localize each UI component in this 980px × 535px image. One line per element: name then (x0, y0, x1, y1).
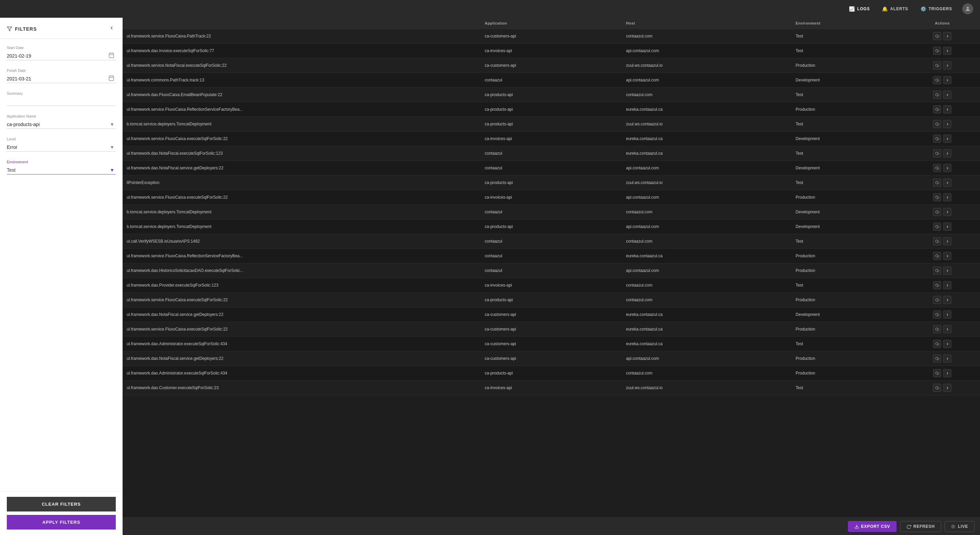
download-action-button[interactable] (933, 281, 941, 289)
cell-actions (905, 161, 980, 176)
download-action-button[interactable] (933, 369, 941, 377)
download-action-button[interactable] (933, 32, 941, 40)
table-row: ul.framework.dao.Invoice.executeSqlForSo… (123, 44, 980, 58)
download-action-button[interactable] (933, 310, 941, 319)
summary-label: Summary (7, 91, 116, 96)
expand-action-button[interactable] (943, 149, 951, 157)
calendar-icon-start[interactable] (108, 52, 115, 60)
filters-header: FILTERS (0, 18, 123, 39)
table-row: ul.framework.service.FluxoCaixa.Reflecti… (123, 102, 980, 117)
nav-logs-button[interactable]: 📈 LOGS (844, 4, 875, 14)
expand-action-button[interactable] (943, 61, 951, 70)
level-select[interactable]: Error Warning Info Debug (7, 143, 116, 151)
collapse-button[interactable] (108, 24, 116, 34)
download-action-button[interactable] (933, 222, 941, 231)
cell-host: api.contaazul.com (622, 219, 792, 234)
cell-summary: ul.framework.dao.Administrator.executeSq… (123, 337, 480, 351)
table-row: ul.framework.dao.Provider.executeSqlForS… (123, 278, 980, 293)
cell-environment: Test (792, 381, 905, 395)
filters-title: FILTERS (7, 26, 37, 32)
expand-action-button[interactable] (943, 237, 951, 245)
expand-action-button[interactable] (943, 105, 951, 113)
download-action-button[interactable] (933, 179, 941, 187)
download-action-button[interactable] (933, 76, 941, 84)
cell-actions (905, 29, 980, 44)
app-name-select-wrap: ca-products-api ca-customers-api ca-invo… (7, 120, 116, 129)
cell-application: contaazul (480, 73, 622, 88)
svg-point-0 (967, 7, 969, 9)
download-action-button[interactable] (933, 355, 941, 363)
expand-action-button[interactable] (943, 310, 951, 319)
download-action-button[interactable] (933, 340, 941, 348)
expand-action-button[interactable] (943, 76, 951, 84)
main-content: Application Host Environment Actions ul.… (123, 18, 980, 535)
expand-action-button[interactable] (943, 134, 951, 143)
download-action-button[interactable] (933, 267, 941, 275)
expand-action-button[interactable] (943, 91, 951, 99)
cell-summary: ul.framework.dao.NotaFiscal.service.getD… (123, 351, 480, 366)
expand-action-button[interactable] (943, 179, 951, 187)
download-action-button[interactable] (933, 91, 941, 99)
expand-action-button[interactable] (943, 252, 951, 260)
download-action-button[interactable] (933, 164, 941, 172)
expand-action-button[interactable] (943, 296, 951, 304)
expand-action-button[interactable] (943, 355, 951, 363)
expand-action-button[interactable] (943, 325, 951, 333)
download-action-button[interactable] (933, 149, 941, 157)
table-row: ul.framework.service.FluxoCaixa.PathTrac… (123, 29, 980, 44)
refresh-button[interactable]: REFRESH (900, 521, 941, 532)
download-action-button[interactable] (933, 105, 941, 113)
svg-rect-6 (109, 76, 114, 81)
finish-date-input[interactable] (7, 75, 116, 83)
apply-filters-button[interactable]: APPLY FILTERS (7, 515, 116, 530)
calendar-icon-finish[interactable] (108, 75, 115, 83)
expand-action-button[interactable] (943, 32, 951, 40)
download-action-button[interactable] (933, 208, 941, 216)
expand-action-button[interactable] (943, 340, 951, 348)
bottom-bar: EXPORT CSV REFRESH LIVE (123, 517, 980, 535)
clear-filters-button[interactable]: CLEAR FILTERS (7, 497, 116, 511)
summary-input-wrap (7, 97, 116, 106)
start-date-label: Start Date (7, 46, 116, 50)
download-action-button[interactable] (933, 120, 941, 128)
download-action-button[interactable] (933, 296, 941, 304)
cell-actions (905, 234, 980, 249)
download-action-button[interactable] (933, 252, 941, 260)
download-action-button[interactable] (933, 325, 941, 333)
download-action-button[interactable] (933, 384, 941, 392)
download-action-button[interactable] (933, 193, 941, 201)
start-date-input[interactable] (7, 52, 116, 60)
summary-input[interactable] (7, 97, 116, 105)
user-avatar[interactable] (962, 3, 973, 14)
expand-action-button[interactable] (943, 47, 951, 55)
expand-action-button[interactable] (943, 384, 951, 392)
expand-action-button[interactable] (943, 267, 951, 275)
expand-action-button[interactable] (943, 222, 951, 231)
live-button[interactable]: LIVE (945, 521, 975, 532)
export-csv-button[interactable]: EXPORT CSV (848, 521, 897, 532)
expand-action-button[interactable] (943, 369, 951, 377)
expand-action-button[interactable] (943, 164, 951, 172)
cell-summary: ul.framework.dao.Customer.executeSqlForS… (123, 381, 480, 395)
cell-host: zuul.ws.contaazul.io (622, 117, 792, 131)
environment-select[interactable]: Test Production Development (7, 166, 116, 174)
expand-action-button[interactable] (943, 208, 951, 216)
cell-summary: ul.framework.service.FluxoCaixa.executeS… (123, 293, 480, 307)
cell-environment: Test (792, 117, 905, 131)
app-name-select[interactable]: ca-products-api ca-customers-api ca-invo… (7, 120, 116, 128)
table-row: ul.framework.dao.FluxoCaixa.EmailBeanPop… (123, 88, 980, 102)
table-row: ul.framework.service.FluxoCaixa.Reflecti… (123, 249, 980, 264)
cell-summary: b.tomcat.service.deployers.TomcatDeploym… (123, 205, 480, 219)
download-action-button[interactable] (933, 61, 941, 70)
nav-triggers-button[interactable]: ⚙️ TRIGGERS (916, 4, 957, 14)
expand-action-button[interactable] (943, 193, 951, 201)
nav-alerts-button[interactable]: 🔔 ALERTS (877, 4, 913, 14)
logs-table-wrap[interactable]: Application Host Environment Actions ul.… (123, 18, 980, 517)
expand-action-button[interactable] (943, 281, 951, 289)
download-action-button[interactable] (933, 134, 941, 143)
download-action-button[interactable] (933, 237, 941, 245)
download-action-button[interactable] (933, 47, 941, 55)
cell-application: contaazul (480, 161, 622, 176)
expand-action-button[interactable] (943, 120, 951, 128)
cell-actions (905, 307, 980, 322)
